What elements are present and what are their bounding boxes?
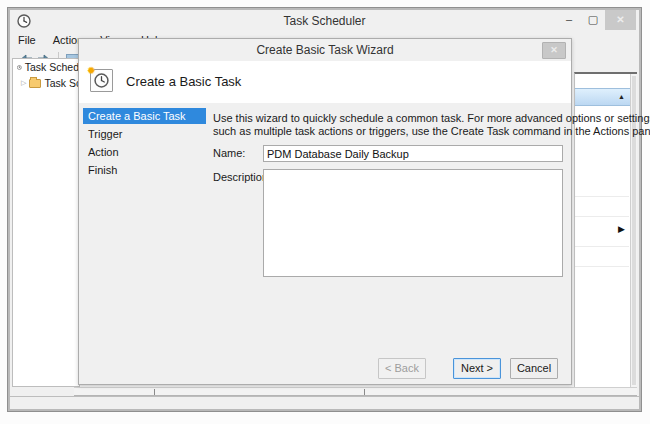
tree-item-task-scheduler-library[interactable]: ▷ Task Sc [13,75,79,91]
window-titlebar: Task Scheduler – ▢ ✕ [10,10,639,32]
statusbar [10,396,639,409]
window-title: Task Scheduler [10,14,639,28]
maximize-button[interactable]: ▢ [581,10,605,30]
splitter-handle[interactable] [154,389,155,395]
tree-expander-icon[interactable]: ▷ [21,79,26,87]
description-label: Description: [213,169,263,277]
create-basic-task-wizard-dialog: Create Basic Task Wizard ✕ ✹ Create a Ba… [78,38,572,385]
step-action: Action [83,144,206,160]
dialog-titlebar: Create Basic Task Wizard ✕ [79,39,571,61]
divider [575,196,629,197]
splitter-handle[interactable] [364,389,365,395]
expand-right-icon[interactable]: ▶ [618,224,625,234]
pane-bottom-strip [74,387,637,396]
back-button[interactable]: < Back [378,358,426,379]
wizard-content: Use this wizard to quickly schedule a co… [213,112,563,277]
step-finish: Finish [83,162,206,178]
description-input[interactable] [263,169,563,277]
folder-icon [29,79,41,88]
wizard-steps: Create a Basic Task Trigger Action Finis… [83,108,206,180]
dialog-close-icon[interactable]: ✕ [542,42,566,59]
collapse-icon[interactable]: ▲ [618,93,625,100]
name-input[interactable] [263,145,563,162]
step-trigger: Trigger [83,126,206,142]
dialog-button-row: < Back Next > Cancel [79,352,571,384]
create-task-icon: ✹ [90,69,113,92]
dialog-heading: Create a Basic Task [126,74,241,89]
next-button[interactable]: Next > [453,358,501,379]
tree-pane: Task Sched ▷ Task Sc [12,58,80,387]
minimize-button[interactable]: – [557,10,581,30]
dialog-title: Create Basic Task Wizard [79,43,571,57]
tree-item-label: Task Sched [25,61,79,73]
name-label: Name: [213,145,263,162]
dialog-body: Create a Basic Task Trigger Action Finis… [79,103,571,352]
menu-file[interactable]: File [18,34,36,46]
step-create-a-basic-task: Create a Basic Task [83,108,206,124]
divider [575,216,629,217]
tree-item-label: Task Sc [44,77,80,89]
cancel-button[interactable]: Cancel [510,358,558,379]
divider [575,266,629,267]
divider [575,246,629,247]
actions-pane-header[interactable]: ▲ [575,88,637,106]
dialog-header: ✹ Create a Basic Task [79,61,571,103]
clock-icon [17,62,22,73]
tree-item-task-scheduler[interactable]: Task Sched [13,59,79,75]
intro-text: Use this wizard to quickly schedule a co… [213,112,563,138]
close-button[interactable]: ✕ [605,10,636,30]
